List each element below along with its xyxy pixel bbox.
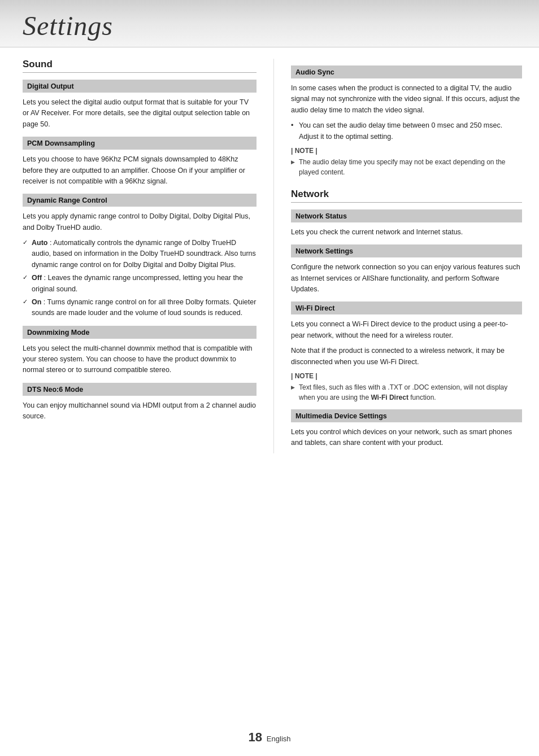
network-status-label: Network Status: [295, 212, 347, 220]
wifi-direct-note: | NOTE | Text files, such as files with …: [291, 372, 522, 403]
audio-sync-note-item-1: The audio delay time you specify may not…: [291, 157, 522, 177]
multimedia-device-settings-body: Lets you control which devices on your n…: [291, 427, 522, 449]
wifi-direct-note-label: | NOTE |: [291, 372, 522, 380]
dynamic-range-box: Dynamic Range Control: [23, 194, 257, 207]
audio-sync-note: | NOTE | The audio delay time you specif…: [291, 147, 522, 177]
digital-output-body: Lets you select the digital audio output…: [23, 97, 257, 130]
audio-sync-note-label: | NOTE |: [291, 147, 522, 155]
network-settings-body: Configure the network connection so you …: [291, 262, 522, 295]
sound-section-heading: Sound: [23, 59, 257, 73]
pcm-downsampling-label: PCM Downsampling: [27, 139, 95, 147]
dts-neo6-label: DTS Neo:6 Mode: [27, 386, 83, 394]
wifi-direct-note-item-1: Text files, such as files with a .TXT or…: [291, 382, 522, 403]
downmixing-mode-body: Lets you select the multi-channel downmi…: [23, 343, 257, 376]
wifi-direct-note-list: Text files, such as files with a .TXT or…: [291, 382, 522, 403]
check-list-item-off: Off : Leaves the dynamic range uncompres…: [23, 273, 257, 295]
downmixing-mode-label: Downmixing Mode: [27, 329, 89, 337]
dynamic-range-label: Dynamic Range Control: [27, 196, 107, 204]
check-list-item-on: On : Turns dynamic range control on for …: [23, 297, 257, 319]
header: Settings: [0, 0, 539, 47]
footer: 18 English: [0, 730, 539, 745]
footer-language: English: [267, 735, 291, 743]
multimedia-device-settings-box: Multimedia Device Settings: [291, 409, 522, 422]
dynamic-range-checklist: Auto : Automatically controls the dynami…: [23, 238, 257, 319]
digital-output-label: Digital Output: [27, 82, 74, 90]
network-settings-box: Network Settings: [291, 244, 522, 257]
page-title: Settings: [23, 11, 113, 41]
multimedia-device-settings-label: Multimedia Device Settings: [295, 412, 387, 420]
pcm-downsampling-box: PCM Downsampling: [23, 137, 257, 150]
audio-sync-note-list: The audio delay time you specify may not…: [291, 157, 522, 177]
audio-sync-label: Audio Sync: [295, 68, 334, 76]
pcm-downsampling-body: Lets you choose to have 96Khz PCM signal…: [23, 154, 257, 187]
audio-sync-box: Audio Sync: [291, 65, 522, 78]
content-area: Sound Digital Output Lets you select the…: [0, 47, 539, 487]
network-status-body: Lets you check the current network and I…: [291, 227, 522, 238]
dynamic-range-body: Lets you apply dynamic range control to …: [23, 211, 257, 233]
audio-sync-bullets: You can set the audio delay time between…: [291, 120, 522, 142]
wifi-direct-body1: Lets you connect a Wi-Fi Direct device t…: [291, 319, 522, 341]
network-status-box: Network Status: [291, 209, 522, 222]
network-section-heading: Network: [291, 189, 522, 203]
right-column: Audio Sync In some cases when the produc…: [274, 59, 522, 453]
network-settings-label: Network Settings: [295, 247, 353, 255]
wifi-direct-body2: Note that if the product is connected to…: [291, 346, 522, 368]
audio-sync-bullet-1: You can set the audio delay time between…: [291, 120, 522, 142]
downmixing-mode-box: Downmixing Mode: [23, 326, 257, 339]
page-number: 18: [248, 730, 262, 744]
wifi-direct-box: Wi-Fi Direct: [291, 301, 522, 314]
check-list-item-auto: Auto : Automatically controls the dynami…: [23, 238, 257, 270]
digital-output-box: Digital Output: [23, 80, 257, 93]
wifi-direct-label: Wi-Fi Direct: [295, 304, 334, 312]
dts-neo6-body: You can enjoy multichannel sound via HDM…: [23, 400, 257, 422]
dts-neo6-box: DTS Neo:6 Mode: [23, 383, 257, 396]
audio-sync-body: In some cases when the product is connec…: [291, 83, 522, 116]
left-column: Sound Digital Output Lets you select the…: [23, 59, 274, 453]
